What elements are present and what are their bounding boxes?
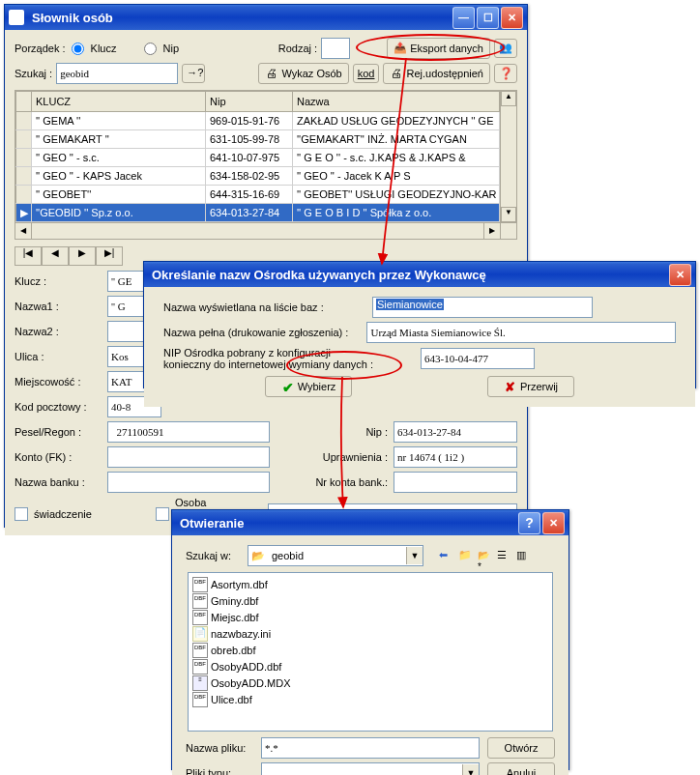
find-next-button[interactable]: [182, 64, 205, 83]
fullname-label: Nazwa pełna (drukowanie zgłoszenia) :: [163, 327, 361, 338]
nav-last[interactable]: ▶|: [96, 246, 123, 266]
file-item[interactable]: Gminy.dbf: [192, 593, 308, 609]
file-item[interactable]: nazwbazy.ini: [192, 626, 308, 642]
nip-field[interactable]: [394, 421, 517, 443]
table-row[interactable]: '' GEO '' - s.c.641-10-07-975 '' G E O '…: [16, 149, 500, 167]
file-item[interactable]: OsobyADD.MDX: [192, 675, 308, 691]
open-dialog: Otwieranie ? ✕ Szukaj w: 📂 geobid ▼ Asor…: [171, 509, 569, 770]
ulica-label: Ulica :: [15, 351, 102, 362]
close-button[interactable]: ✕: [542, 512, 565, 534]
pesel-field[interactable]: [107, 421, 270, 443]
new-folder-icon[interactable]: [478, 549, 491, 562]
ini-icon: [192, 626, 208, 642]
help-button[interactable]: [494, 64, 517, 83]
folder-dropdown[interactable]: 📂 geobid ▼: [248, 545, 423, 566]
titlebar[interactable]: Określanie nazw Ośrodka używanych przez …: [144, 262, 695, 287]
radio-nip[interactable]: [144, 43, 157, 55]
help-button[interactable]: ?: [518, 512, 540, 534]
printer-icon-2: [390, 67, 403, 80]
table-row[interactable]: ▶''GEOBID '' Sp.z o.o.634-013-27-84'' G …: [16, 204, 500, 222]
wykaz-button[interactable]: Wykaz Osób: [258, 63, 348, 84]
pesel-label: Pesel/Regon :: [15, 426, 102, 438]
bank-label: Nazwa banku :: [15, 476, 102, 488]
wybierz-button[interactable]: Wybierz: [265, 376, 352, 397]
dialog-title: Określanie nazw Ośrodka używanych przez …: [148, 268, 669, 282]
horizontal-scrollbar[interactable]: ◀ ▶: [15, 222, 516, 239]
nav-next[interactable]: ▶: [69, 246, 96, 266]
rodzaj-input[interactable]: [321, 38, 350, 59]
radio-klucz-label: Klucz: [91, 43, 117, 54]
titlebar[interactable]: Otwieranie ? ✕: [172, 510, 569, 535]
listname-label: Nazwa wyświetlana na liście baz :: [163, 301, 366, 313]
cancel-button[interactable]: Anuluj: [487, 762, 555, 775]
file-item[interactable]: Asortym.dbf: [192, 577, 308, 592]
table-row[interactable]: '' GEOBET''644-315-16-69'' GEOBET'' USŁU…: [16, 186, 500, 204]
titlebar[interactable]: Słownik osób — ☐ ✕: [5, 5, 527, 30]
col-klucz[interactable]: KLUCZ: [32, 92, 206, 112]
dbf-icon: [192, 692, 208, 707]
swiad-checkbox[interactable]: [15, 507, 28, 521]
file-list[interactable]: Asortym.dbfGminy.dbfMiejsc.dbfnazwbazy.i…: [188, 572, 553, 732]
konto-field[interactable]: [107, 446, 270, 468]
kod-button[interactable]: kod: [353, 64, 380, 83]
table-row[interactable]: '' GEMA ''969-015-91-76ZAKŁAD USŁUG GEOD…: [16, 112, 500, 130]
radio-klucz[interactable]: [72, 43, 84, 55]
table-row[interactable]: '' GEMAKART ''631-105-99-78''GEMAKART'' …: [16, 130, 500, 149]
people-button[interactable]: [494, 39, 517, 58]
table-row[interactable]: '' GEO '' - KAPS Jacek634-158-02-95'' GE…: [16, 167, 500, 186]
col-nip[interactable]: Nip: [206, 92, 293, 112]
folder-up-icon[interactable]: [458, 549, 472, 562]
back-icon[interactable]: [439, 549, 452, 562]
export-button[interactable]: Eksport danych: [387, 38, 490, 59]
file-item[interactable]: obreb.dbf: [192, 643, 308, 658]
swiad-label: świadczenie: [34, 508, 121, 520]
filetype-label: Pliki typu:: [186, 767, 253, 775]
filetype-dropdown[interactable]: ▼: [261, 762, 480, 775]
maximize-button[interactable]: ☐: [477, 7, 499, 29]
filename-input[interactable]: [261, 737, 480, 759]
przerwij-button[interactable]: Przerwij: [487, 376, 574, 397]
vertical-scrollbar[interactable]: ▲ ▼: [500, 91, 516, 222]
window-title: Słownik osób: [28, 11, 452, 25]
cross-icon: [504, 380, 517, 393]
rodzaj-label: Rodzaj :: [278, 43, 317, 54]
app-icon: [9, 10, 24, 25]
list-view-icon[interactable]: [497, 549, 510, 562]
file-item[interactable]: Ulice.dbf: [192, 692, 308, 707]
osoba-checkbox[interactable]: [156, 507, 169, 521]
nrk-field[interactable]: [394, 472, 517, 493]
search-input[interactable]: [56, 63, 178, 84]
file-item[interactable]: OsobyADD.dbf: [192, 659, 308, 675]
kod-label: Kod pocztowy :: [15, 401, 102, 413]
details-view-icon[interactable]: [516, 549, 530, 562]
dbf-icon: [192, 593, 208, 609]
file-item[interactable]: Miejsc.dbf: [192, 610, 308, 625]
nazwa2-label: Nazwa2 :: [15, 326, 102, 337]
nav-first[interactable]: |◀: [15, 246, 42, 266]
konto-label: Konto (FK) :: [15, 451, 102, 463]
listname-field[interactable]: Siemianowice: [372, 297, 593, 318]
order-label: Porządek :: [15, 43, 66, 54]
radio-nip-label: Nip: [163, 43, 180, 54]
close-button[interactable]: ✕: [501, 7, 523, 29]
dbf-icon: [192, 610, 208, 625]
rej-button[interactable]: Rej.udostępnień: [383, 63, 490, 84]
nav-prev[interactable]: ◀: [42, 246, 69, 266]
close-button[interactable]: ✕: [669, 264, 691, 286]
open-button[interactable]: Otwórz: [487, 737, 555, 759]
klucz-label: Klucz :: [15, 275, 102, 287]
folder-name: geobid: [268, 550, 406, 561]
people-icon: [499, 42, 512, 55]
col-nazwa[interactable]: Nazwa: [293, 92, 500, 112]
bank-field[interactable]: [107, 472, 270, 493]
people-table[interactable]: KLUCZ Nip Nazwa '' GEMA ''969-015-91-76Z…: [15, 91, 500, 222]
upr-field[interactable]: [394, 446, 517, 468]
minimize-button[interactable]: —: [452, 7, 475, 29]
printer-icon: [265, 67, 278, 80]
search-label: Szukaj :: [15, 68, 52, 79]
nip-config-field[interactable]: [421, 348, 535, 369]
export-icon: [394, 42, 407, 55]
fullname-field[interactable]: [366, 322, 676, 343]
nip-label: Nip :: [365, 426, 388, 438]
dbf-icon: [192, 659, 208, 675]
